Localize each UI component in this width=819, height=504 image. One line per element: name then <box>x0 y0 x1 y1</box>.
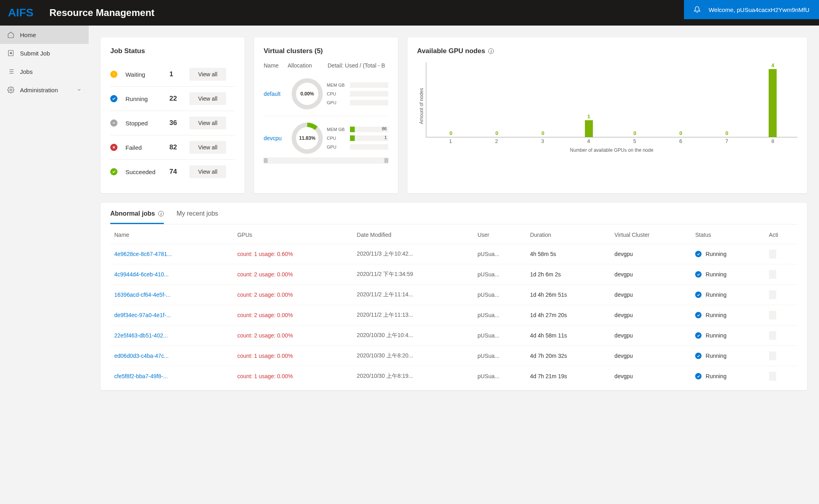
vc-detail-value: 1 <box>384 135 387 140</box>
running-icon <box>695 251 702 257</box>
job-date: 2020/11/2 上午11:13... <box>353 305 473 325</box>
chevron-down-icon <box>77 87 82 92</box>
gpu-nodes-card: Available GPU nodes i Amount of nodes 0 … <box>408 38 807 193</box>
job-table-col[interactable]: Acti <box>765 224 797 244</box>
vc-detail-bar: 86 <box>350 127 388 132</box>
job-status-card: Job Status Waiting 1 View all Running 22… <box>101 38 245 193</box>
job-action[interactable] <box>765 346 797 366</box>
job-status: Running <box>691 366 765 387</box>
tab-my-recent-jobs[interactable]: My recent jobs <box>177 203 218 224</box>
view-all-button[interactable]: View all <box>189 165 226 178</box>
job-name-link[interactable]: 4c9944d4-6ceb-410... <box>110 264 233 285</box>
vc-detail-bar: 1 <box>350 135 388 141</box>
succeeded-icon <box>110 168 117 175</box>
job-table-col[interactable]: Name <box>110 224 233 244</box>
job-name-link[interactable]: de9f34ec-97a0-4e1f-... <box>110 305 233 325</box>
vc-name-link[interactable]: devcpu <box>264 135 288 141</box>
gpu-bar-value: 0 <box>680 130 682 136</box>
gpu-xtick: 1 <box>445 138 456 144</box>
status-label: Running <box>125 95 169 102</box>
vc-detail-row: GPU <box>327 144 388 150</box>
gpu-chart: Amount of nodes 0 0 0 1 0 0 0 4 12345678… <box>417 62 797 150</box>
job-action[interactable] <box>765 244 797 264</box>
job-date: 2020/10/30 上午8:19... <box>353 366 473 387</box>
job-table-header: NameGPUsDate ModifiedUserDurationVirtual… <box>110 224 797 244</box>
job-status: Running <box>691 305 765 325</box>
view-all-button[interactable]: View all <box>189 141 226 154</box>
sidebar-item-jobs[interactable]: Jobs <box>0 62 89 81</box>
job-action[interactable] <box>765 325 797 346</box>
info-icon[interactable]: i <box>158 211 164 216</box>
job-table-col[interactable]: Duration <box>526 224 610 244</box>
job-name-link[interactable]: 16396acd-cf64-4e5f-... <box>110 285 233 305</box>
bell-icon[interactable] <box>694 6 701 13</box>
view-all-button[interactable]: View all <box>189 92 226 105</box>
gpu-bar-value: 0 <box>633 130 636 136</box>
sidebar-item-home[interactable]: Home <box>0 26 89 44</box>
virtual-clusters-card: Virtual clusters (5) Name Allocation Det… <box>254 38 398 193</box>
job-date: 2020/11/2 下午1:34:59 <box>353 264 473 285</box>
job-name-link[interactable]: 22e5f463-db51-402... <box>110 325 233 346</box>
sidebar-item-label: Administration <box>20 87 58 93</box>
job-name-link[interactable]: 4e9628ce-8c67-4781... <box>110 244 233 264</box>
sidebar-item-admin[interactable]: Administration <box>0 81 89 99</box>
allocation-percent: 11.83% <box>296 127 318 149</box>
view-all-button[interactable]: View all <box>189 117 226 129</box>
job-action[interactable] <box>765 264 797 285</box>
job-duration: 1d 4h 27m 20s <box>526 305 610 325</box>
job-duration: 4d 7h 21m 19s <box>526 366 610 387</box>
job-action[interactable] <box>765 285 797 305</box>
job-status-row: Stopped 36 View all <box>110 111 235 135</box>
failed-icon <box>110 144 117 151</box>
job-user: pUSua... <box>473 325 526 346</box>
svg-point-7 <box>10 89 12 91</box>
vc-name-link[interactable]: default <box>264 91 288 97</box>
job-status-row: Succeeded 74 View all <box>110 160 235 184</box>
vc-detail-value: 86 <box>382 126 387 131</box>
vc-scrollbar-x[interactable] <box>264 157 388 164</box>
job-name-link[interactable]: ed06d0d3-c4ba-47c... <box>110 346 233 366</box>
table-row: 22e5f463-db51-402... count: 2 usage: 0.0… <box>110 325 797 346</box>
job-user: pUSua... <box>473 285 526 305</box>
job-user: pUSua... <box>473 264 526 285</box>
job-table-col[interactable]: Virtual Cluster <box>610 224 691 244</box>
gpu-ylabel: Amount of nodes <box>417 62 426 150</box>
job-vc: devgpu <box>610 305 691 325</box>
info-icon[interactable]: i <box>488 48 494 54</box>
job-action[interactable] <box>765 305 797 325</box>
gpu-bar-value: 1 <box>587 113 590 119</box>
job-vc: devgpu <box>610 285 691 305</box>
topbar: AIFS Resource Management Welcome, pUSua4… <box>0 0 819 26</box>
sidebar: Home Submit Job Jobs Administration <box>0 26 89 504</box>
vc-detail-label: CPU <box>327 91 347 96</box>
job-gpu-usage: count: 2 usage: 0.00% <box>233 285 353 305</box>
page-title: Resource Management <box>50 7 155 18</box>
job-vc: devgpu <box>610 346 691 366</box>
welcome-banner[interactable]: Welcome, pUSua4cacxH2Ywm9nMfU <box>684 0 819 19</box>
job-date: 2020/11/2 上午11:14... <box>353 285 473 305</box>
gear-icon <box>7 86 14 93</box>
logo[interactable]: AIFS <box>8 6 34 19</box>
gpu-bar-col: 0 <box>629 130 640 137</box>
vc-body[interactable]: default 0.00% MEM GB CPU GPU <box>264 72 388 156</box>
sidebar-item-label: Home <box>20 32 36 38</box>
job-table-col[interactable]: Date Modified <box>353 224 473 244</box>
waiting-icon <box>110 71 117 78</box>
job-name-link[interactable]: cfe5f8f2-bba7-49f8-... <box>110 366 233 387</box>
vc-detail-label: GPU <box>327 100 347 105</box>
status-count: 22 <box>169 95 189 103</box>
vc-detail-label: GPU <box>327 145 347 149</box>
vc-details: MEM GB CPU GPU <box>327 82 388 105</box>
tab-abnormal-jobs[interactable]: Abnormal jobs i <box>110 203 164 224</box>
job-table-col[interactable]: GPUs <box>233 224 353 244</box>
allocation-percent: 0.00% <box>296 83 318 105</box>
job-table-col[interactable]: User <box>473 224 526 244</box>
running-icon <box>695 271 702 278</box>
view-all-button[interactable]: View all <box>189 68 226 81</box>
vc-detail-row: GPU <box>327 100 388 105</box>
sidebar-item-submit[interactable]: Submit Job <box>0 44 89 62</box>
job-table-col[interactable]: Status <box>691 224 765 244</box>
job-status: Running <box>691 346 765 366</box>
table-row: 4e9628ce-8c67-4781... count: 1 usage: 0.… <box>110 244 797 264</box>
job-action[interactable] <box>765 366 797 387</box>
